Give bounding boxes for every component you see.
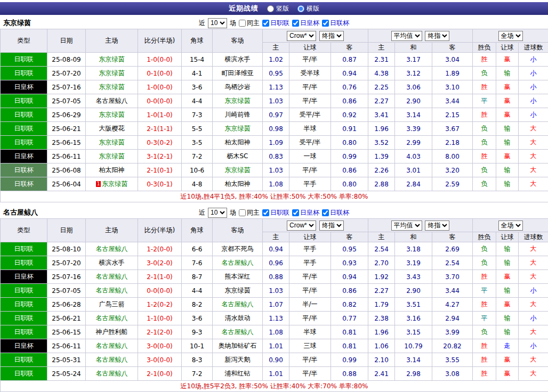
asian-home-odds: 0.88 — [263, 270, 289, 284]
scope-select[interactable]: 全场 — [498, 31, 523, 41]
col-header-corner: 角球 — [182, 29, 213, 53]
euro-draw-header: 和 — [395, 232, 432, 242]
league-type: 日联杯 — [1, 177, 47, 191]
euro-stage-select[interactable]: 终指 — [425, 220, 449, 231]
asian-handicap: 平/半 — [289, 312, 331, 325]
match-date: 25-05-24 — [47, 367, 86, 381]
corner-count: 3-6 — [182, 312, 213, 325]
filter-emperors-cup[interactable]: 日皇杯 — [292, 19, 319, 28]
euro-away-odds: 3.20 — [432, 164, 473, 177]
goals-result: 大 — [519, 122, 548, 136]
score: 1-0(0-0) — [138, 80, 182, 94]
emperors-cup-checkbox[interactable] — [292, 20, 299, 27]
match-date: 25-07-20 — [47, 67, 86, 80]
match-row: 日职联25-08-09东京绿茵1-0(0-0)15-4横滨水手1.02平/半0.… — [1, 53, 548, 67]
match-row: 日职联25-07-20东京绿茵0-1(0-0)4-1町田泽维亚0.95受半球0.… — [1, 67, 548, 80]
match-row: 日职联25-07-20横滨水手3-0(2-0)7-6名古屋鲸八0.96平手0.9… — [1, 256, 548, 270]
topbar: 近期战绩 竖版 横版 — [0, 2, 548, 15]
score: 3-0(0-0) — [138, 353, 182, 367]
wdl-result: 胜 — [473, 108, 496, 122]
asian-away-odds: 0.86 — [331, 284, 368, 298]
handicap-result: 输 — [496, 67, 519, 80]
match-date: 25-06-04 — [47, 177, 86, 191]
filter-same-venue[interactable]: 同主 — [239, 19, 260, 28]
match-count-select[interactable]: 10 — [208, 18, 227, 28]
goals-result: 大 — [519, 353, 548, 367]
jleague-checkbox[interactable] — [262, 20, 269, 27]
score: 1-0(0-0) — [138, 53, 182, 67]
goals-result: 小 — [519, 339, 548, 353]
corner-count: 5-5 — [182, 122, 213, 136]
euro-stage-select[interactable]: 终指 — [425, 31, 449, 41]
vertical-radio[interactable] — [267, 5, 274, 12]
match-date: 25-07-16 — [47, 80, 86, 94]
recent-matches-table: 类型 日期 主场 比分(半场) 角球 客场 Crow* 终指 平均值 终指 — [0, 218, 548, 392]
asian-home-odds: 0.98 — [263, 122, 289, 136]
league-type: 日职联 — [1, 256, 47, 270]
euro-odds-header: 平均值 终指 — [368, 219, 473, 232]
match-row: 日职联25-06-15东京绿茵0-3(0-2)3-5柏太阳神1.09受平/半0.… — [1, 136, 548, 150]
score: 3-0(0-0) — [138, 339, 182, 353]
wdl-result: 胜 — [473, 150, 496, 164]
league-cup-checkbox[interactable] — [322, 209, 329, 216]
handicap-result: 输 — [496, 122, 519, 136]
asian-away-odds: 0.87 — [331, 53, 368, 67]
filter-same-venue[interactable]: 同主 — [239, 208, 260, 217]
euro-home-odds: 2.70 — [368, 256, 395, 270]
goals-result: 大 — [519, 150, 548, 164]
scope-select[interactable]: 全场 — [498, 220, 523, 231]
bookmaker-select[interactable]: Crow* — [287, 31, 316, 41]
match-row: 日职联25-06-15神户胜利船2-1(2-0)9-3名古屋鲸八1.08半球0.… — [1, 325, 548, 339]
league-type: 日职联 — [1, 108, 47, 122]
view-option-horizontal[interactable]: 横版 — [297, 4, 319, 13]
team-name: 名古屋鲸八 — [3, 208, 38, 217]
wdl-result: 胜 — [473, 298, 496, 312]
league-type: 日职联 — [1, 67, 47, 80]
match-date: 25-06-11 — [47, 339, 86, 353]
match-date: 25-07-20 — [47, 256, 86, 270]
handicap-result: 赢 — [496, 367, 519, 381]
match-date: 25-06-15 — [47, 136, 86, 150]
match-count-select[interactable]: 10 — [208, 208, 227, 218]
euro-away-odds: 3.04 — [432, 53, 473, 67]
filter-jleague[interactable]: 日职联 — [262, 19, 289, 28]
filter-emperors-cup[interactable]: 日皇杯 — [292, 208, 319, 217]
euro-source-select[interactable]: 平均值 — [391, 220, 422, 231]
same-venue-checkbox[interactable] — [239, 209, 246, 216]
asian-home-header: 主 — [263, 43, 289, 53]
score: 0-3(0-1) — [138, 177, 182, 191]
corner-count: 8-7 — [182, 270, 213, 284]
euro-home-odds: 1.79 — [368, 298, 395, 312]
league-cup-checkbox[interactable] — [322, 20, 329, 27]
handicap-result-header: 让球 — [496, 43, 519, 53]
euro-home-odds: 1.96 — [368, 325, 395, 339]
filter-league-cup[interactable]: 日联杯 — [322, 19, 349, 28]
euro-draw-odds: 3.15 — [395, 325, 432, 339]
handicap-result: 赢 — [496, 270, 519, 284]
away-team: 新泻天鹅 — [213, 353, 263, 367]
same-venue-checkbox[interactable] — [239, 20, 246, 27]
goals-result: 大 — [519, 177, 548, 191]
jleague-checkbox[interactable] — [262, 209, 269, 216]
games-label: 场 — [230, 19, 236, 28]
corner-count: 4-1 — [182, 67, 213, 80]
emperors-cup-checkbox[interactable] — [292, 209, 299, 216]
asian-stage-select[interactable]: 终指 — [319, 220, 344, 231]
euro-away-odds: 3.10 — [432, 80, 473, 94]
horizontal-radio[interactable] — [297, 5, 304, 12]
view-option-vertical[interactable]: 竖版 — [267, 4, 289, 13]
euro-source-select[interactable]: 平均值 — [391, 31, 422, 41]
euro-away-odds: 3.67 — [432, 122, 473, 136]
bookmaker-select[interactable]: Crow* — [287, 220, 316, 231]
handicap-result: 走 — [496, 339, 519, 353]
score: 0-0(0-0) — [138, 284, 182, 298]
asian-stage-select[interactable]: 终指 — [319, 31, 344, 41]
match-row: 日皇杯25-06-11东京绿茵3-1(2-1)7-2枥木SC0.83一球0.99… — [1, 150, 548, 164]
home-team: 东京绿茵 — [86, 150, 138, 164]
wdl-header: 胜负 — [473, 232, 496, 242]
goals-result-header: 进球数 — [519, 43, 548, 53]
euro-home-odds: 1.92 — [368, 270, 395, 284]
away-team: 名古屋鲸八 — [213, 325, 263, 339]
filter-league-cup[interactable]: 日联杯 — [322, 208, 349, 217]
filter-jleague[interactable]: 日职联 — [262, 208, 289, 217]
